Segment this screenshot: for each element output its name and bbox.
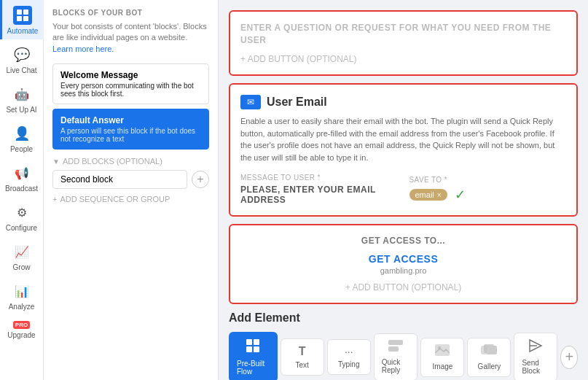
analyze-label: Analyze	[9, 303, 35, 311]
typing-icon: ···	[345, 346, 353, 357]
text-label: Text	[296, 361, 309, 369]
second-block-row: Second block +	[52, 170, 209, 189]
add-blocks-text: ADD BLOCKS (OPTIONAL)	[63, 157, 162, 166]
live-chat-label: Live Chat	[6, 66, 36, 74]
add-blocks-arrow: ▼	[52, 158, 60, 166]
svg-rect-0	[17, 9, 22, 15]
email-card-description: Enable a user to easily share their emai…	[240, 115, 566, 163]
access-card-title: GET ACCESS TO...	[240, 236, 566, 246]
set-up-ai-icon-box: 🤖	[12, 85, 31, 104]
sidebar-item-configure[interactable]: ⚙ Configure	[0, 197, 44, 236]
analyze-icon: 📊	[15, 284, 29, 298]
elem-btn-typing[interactable]: ··· Typing	[327, 339, 371, 375]
sidebar-item-set-up-ai[interactable]: 🤖 Set Up AI	[0, 79, 44, 118]
element-buttons: Pre-Built Flow T Text ··· Typing Quick R…	[229, 332, 578, 380]
svg-rect-4	[246, 339, 252, 345]
access-link-url: gambling.pro	[240, 266, 566, 275]
configure-label: Configure	[6, 224, 37, 232]
panel-desc-text: Your bot consists of content 'blocks'. B…	[52, 22, 207, 42]
learn-more-link[interactable]: Learn more here.	[52, 44, 114, 53]
set-up-ai-icon: 🤖	[15, 88, 29, 101]
quick-reply-icon	[388, 340, 403, 355]
ask-card-add-button[interactable]: + ADD BUTTON (OPTIONAL)	[240, 54, 566, 64]
ask-card: ENTER A QUESTION OR REQUEST FOR WHAT YOU…	[229, 10, 578, 76]
svg-rect-3	[23, 16, 28, 21]
email-tag-remove[interactable]: ×	[437, 191, 442, 199]
svg-rect-2	[17, 16, 22, 21]
pro-badge: PRO	[13, 321, 30, 329]
svg-rect-6	[246, 346, 252, 352]
save-to-inner: SAVE TO * email × ✓	[409, 176, 466, 203]
elem-btn-send-block[interactable]: Send Block	[514, 333, 557, 380]
svg-rect-7	[254, 346, 259, 352]
svg-rect-9	[388, 346, 399, 352]
message-label: MESSAGE TO USER *	[240, 174, 398, 182]
automate-label: Automate	[7, 27, 39, 35]
email-field-row: MESSAGE TO USER * PLEASE, ENTER YOUR EMA…	[240, 174, 566, 205]
default-block-title: Default Answer	[60, 115, 201, 125]
message-value: PLEASE, ENTER YOUR EMAIL ADDRESS	[240, 185, 398, 205]
elem-btn-pre-built-flow[interactable]: Pre-Built Flow	[229, 332, 278, 380]
message-field-group: MESSAGE TO USER * PLEASE, ENTER YOUR EMA…	[240, 174, 398, 205]
welcome-block[interactable]: Welcome Message Every person communicati…	[52, 63, 209, 104]
panel-desc: Your bot consists of content 'blocks'. B…	[52, 21, 209, 55]
main-content: ENTER A QUESTION OR REQUEST FOR WHAT YOU…	[219, 0, 588, 380]
typing-label: Typing	[338, 360, 359, 368]
upgrade-label: Upgrade	[7, 331, 35, 339]
add-sequence-label: ADD SEQUENCE OR GROUP	[60, 195, 170, 203]
save-to-label: SAVE TO *	[409, 176, 466, 184]
grow-label: Grow	[13, 263, 31, 271]
broadcast-label: Broadcast	[5, 185, 38, 193]
sidebar: Automate 💬 Live Chat 🤖 Set Up AI 👤 Peopl…	[0, 0, 44, 380]
add-more-elements-button[interactable]: +	[560, 346, 578, 369]
broadcast-icon-box: 📢	[12, 163, 31, 182]
configure-icon-box: ⚙	[12, 203, 31, 222]
configure-icon: ⚙	[17, 206, 27, 220]
access-card: GET ACCESS TO... GET ACCESS gambling.pro…	[229, 224, 578, 304]
left-panel: BLOCKS OF YOUR BOT Your bot consists of …	[44, 0, 219, 380]
add-sequence-plus-icon: +	[52, 195, 57, 203]
access-link-title[interactable]: GET ACCESS	[240, 253, 566, 265]
sidebar-item-grow[interactable]: 📈 Grow	[0, 236, 44, 276]
grow-icon: 📈	[15, 245, 29, 259]
svg-rect-8	[388, 340, 403, 345]
elem-btn-text[interactable]: T Text	[281, 338, 324, 376]
sidebar-item-people[interactable]: 👤 People	[0, 118, 44, 158]
second-block-button[interactable]: Second block	[52, 170, 187, 189]
people-label: People	[10, 145, 33, 153]
sidebar-item-live-chat[interactable]: 💬 Live Chat	[0, 39, 44, 79]
send-block-icon	[528, 339, 543, 356]
text-icon: T	[299, 345, 306, 358]
save-to-value-row: email × ✓	[409, 187, 466, 203]
gallery-label: Gallery	[478, 362, 501, 371]
save-to-field-group: SAVE TO * email × ✓	[409, 176, 567, 203]
svg-rect-1	[23, 9, 28, 15]
email-card: ✉ User Email Enable a user to easily sha…	[229, 83, 578, 217]
sidebar-item-analyze[interactable]: 📊 Analyze	[0, 276, 44, 315]
elem-btn-quick-reply[interactable]: Quick Reply	[374, 333, 418, 380]
add-element-section: Add Element Pre-Built Flow T Text	[229, 311, 578, 380]
grow-icon-box: 📈	[12, 242, 31, 261]
email-tag-label: email	[415, 190, 434, 199]
elem-btn-gallery[interactable]: Gallery	[467, 338, 511, 377]
image-label: Image	[433, 362, 453, 371]
automate-icon-box	[13, 6, 32, 25]
welcome-block-title: Welcome Message	[60, 70, 201, 80]
email-icon: ✉	[240, 95, 261, 109]
automate-icon	[16, 9, 29, 22]
live-chat-icon: 💬	[14, 47, 30, 63]
broadcast-icon: 📢	[15, 166, 29, 180]
access-card-add-button[interactable]: + ADD BUTTON (OPTIONAL)	[240, 282, 566, 292]
add-sequence-button[interactable]: + ADD SEQUENCE OR GROUP	[52, 195, 209, 203]
panel-title: BLOCKS OF YOUR BOT	[52, 9, 209, 17]
sidebar-item-automate[interactable]: Automate	[0, 0, 44, 39]
quick-reply-label: Quick Reply	[382, 358, 410, 374]
email-tag: email ×	[409, 189, 447, 201]
default-block[interactable]: Default Answer A person will see this bl…	[52, 109, 209, 150]
add-block-circle-button[interactable]: +	[192, 171, 209, 188]
elem-btn-image[interactable]: Image	[420, 338, 464, 377]
add-blocks-label: ▼ ADD BLOCKS (OPTIONAL)	[52, 157, 209, 166]
sidebar-item-broadcast[interactable]: 📢 Broadcast	[0, 158, 44, 197]
welcome-block-desc: Every person communicating with the bot …	[60, 82, 201, 98]
sidebar-item-upgrade[interactable]: PRO Upgrade	[0, 315, 44, 344]
